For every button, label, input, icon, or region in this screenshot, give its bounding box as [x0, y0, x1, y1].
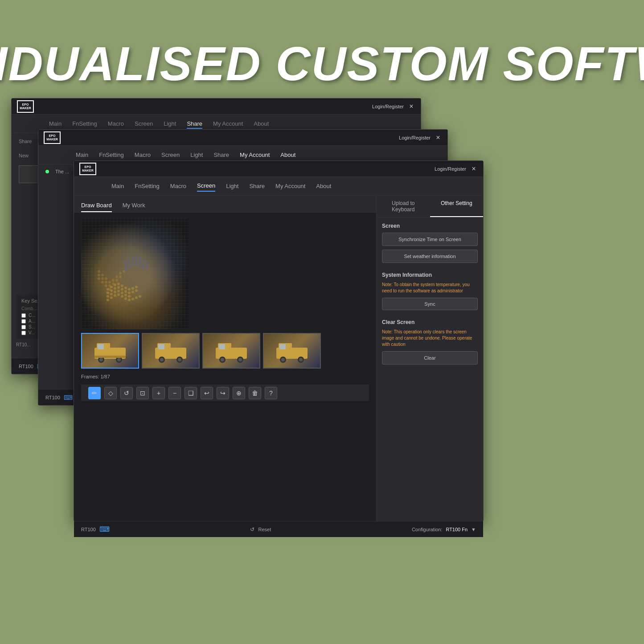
tool-delete[interactable]: 🗑 [249, 387, 261, 399]
thumb-truck-1 [92, 339, 128, 363]
nav-screen-1[interactable]: Screen [135, 119, 153, 129]
tool-pencil[interactable]: ✏ [88, 387, 101, 399]
thumbnail-3[interactable] [202, 333, 260, 369]
nav-share-1[interactable]: Share [187, 119, 202, 129]
title-bar-3: EPOMAKER Login/Register × [74, 161, 483, 177]
tool-stamp[interactable]: ⊕ [233, 387, 245, 399]
svg-point-34 [139, 295, 141, 298]
nav-fnsetting-2[interactable]: FnSetting [99, 150, 124, 160]
svg-point-25 [107, 299, 109, 301]
nav-main-2[interactable]: Main [76, 150, 88, 160]
thumbnail-2[interactable] [142, 333, 200, 369]
weather-btn[interactable]: Set weather information [382, 250, 478, 263]
nav-about-3[interactable]: About [316, 181, 331, 191]
thumbnail-1[interactable] [81, 333, 139, 369]
tool-rotate[interactable]: ↺ [120, 387, 133, 399]
svg-point-44 [131, 260, 134, 263]
nav-myaccount-3[interactable]: My Account [275, 181, 305, 191]
svg-rect-98 [279, 344, 286, 349]
svg-point-9 [107, 291, 109, 294]
tool-select[interactable]: ⊡ [136, 387, 149, 399]
nav-macro-2[interactable]: Macro [135, 150, 151, 160]
config-dropdown-icon[interactable]: ▼ [471, 527, 476, 532]
login-btn-1[interactable]: Login/Register [372, 104, 404, 109]
close-btn-2[interactable]: × [434, 134, 442, 142]
svg-point-26 [110, 296, 113, 299]
login-btn-2[interactable]: Login/Register [399, 135, 431, 140]
svg-point-46 [139, 261, 141, 264]
content-area: Draw Board My Work [74, 196, 483, 521]
nav-screen-2[interactable]: Screen [161, 150, 180, 160]
reset-btn[interactable]: Reset [258, 527, 271, 532]
sync-btn[interactable]: Sync [382, 298, 478, 310]
svg-point-38 [135, 256, 138, 258]
nav-fnsetting-3[interactable]: FnSetting [135, 181, 160, 191]
tool-copy[interactable]: ❑ [185, 387, 197, 399]
title-controls-3: Login/Register × [435, 165, 478, 173]
tool-help[interactable]: ? [265, 387, 277, 399]
clear-btn[interactable]: Clear [382, 351, 478, 365]
nav-light-3[interactable]: Light [226, 181, 238, 191]
draw-canvas [81, 218, 188, 329]
svg-point-5 [124, 287, 127, 289]
nav-about-2[interactable]: About [280, 150, 295, 160]
svg-point-20 [114, 291, 116, 293]
close-btn-3[interactable]: × [470, 165, 478, 173]
nav-main-3[interactable]: Main [111, 181, 124, 191]
tool-eraser[interactable]: ◇ [104, 387, 117, 399]
svg-point-70 [98, 277, 100, 280]
thumb-truck-4 [274, 339, 310, 363]
title-controls-1: Login/Register × [372, 103, 415, 111]
login-btn-3[interactable]: Login/Register [435, 166, 466, 172]
svg-rect-84 [158, 344, 164, 349]
clear-note: Note: This operation only clears the scr… [382, 329, 478, 348]
svg-point-88 [178, 358, 181, 361]
checkbox-4[interactable] [21, 331, 26, 335]
sync-time-btn[interactable]: Synchronize Time on Screen [382, 233, 478, 246]
checkbox-3[interactable] [21, 325, 26, 329]
svg-point-66 [108, 284, 111, 287]
panel-tabs: Upload to Keyboard Other Setting [377, 196, 483, 217]
tool-add[interactable]: + [152, 387, 165, 399]
toolbar: ✏ ◇ ↺ ⊡ + − ❑ ↩ ↪ ⊕ 🗑 ? [81, 385, 369, 401]
nav-macro-3[interactable]: Macro [170, 181, 186, 191]
svg-point-16 [131, 291, 134, 293]
windows-container: EPOMAKER Login/Register × Main FnSetting… [11, 98, 633, 588]
tab-draw-board[interactable]: Draw Board [81, 199, 112, 212]
panel-tab-other[interactable]: Other Setting [430, 196, 484, 217]
svg-point-69 [119, 275, 122, 278]
nav-screen-3[interactable]: Screen [197, 180, 215, 192]
tool-subtract[interactable]: − [168, 387, 181, 399]
tool-undo[interactable]: ↩ [201, 387, 213, 399]
nav-about-1[interactable]: About [254, 119, 269, 129]
status-dot-2 [45, 170, 49, 173]
thumb-inner-3 [203, 334, 259, 368]
checkbox-2[interactable] [21, 319, 26, 324]
nav-light-2[interactable]: Light [190, 150, 203, 160]
nav-macro-1[interactable]: Macro [108, 119, 124, 129]
svg-point-53 [139, 265, 141, 267]
thumbnail-4[interactable] [263, 333, 321, 369]
nav-main-1[interactable]: Main [49, 119, 62, 129]
tab-my-work[interactable]: My Work [123, 199, 145, 212]
tool-redo[interactable]: ↪ [217, 387, 229, 399]
svg-point-8 [135, 286, 138, 288]
svg-point-54 [142, 267, 145, 270]
svg-point-56 [101, 274, 104, 276]
main-panel: Draw Board My Work [74, 196, 376, 521]
nav-share-2[interactable]: Share [213, 150, 229, 160]
panel-tab-upload[interactable]: Upload to Keyboard [377, 196, 430, 217]
checkbox-1[interactable] [21, 313, 26, 318]
nav-myaccount-2[interactable]: My Account [240, 150, 270, 160]
svg-point-72 [105, 284, 107, 287]
nav-share-3[interactable]: Share [249, 181, 265, 191]
nav-myaccount-1[interactable]: My Account [213, 119, 243, 129]
config-value: RT100 Fn [446, 527, 468, 532]
close-btn-1[interactable]: × [407, 103, 415, 111]
nav-light-1[interactable]: Light [164, 119, 176, 129]
svg-point-36 [128, 259, 131, 262]
svg-point-67 [112, 283, 115, 285]
nav-fnsetting-1[interactable]: FnSetting [72, 119, 97, 129]
svg-point-73 [108, 288, 111, 291]
status-bar: RT100 ⌨ ↺ Reset Configuration: RT100 Fn … [74, 521, 483, 537]
